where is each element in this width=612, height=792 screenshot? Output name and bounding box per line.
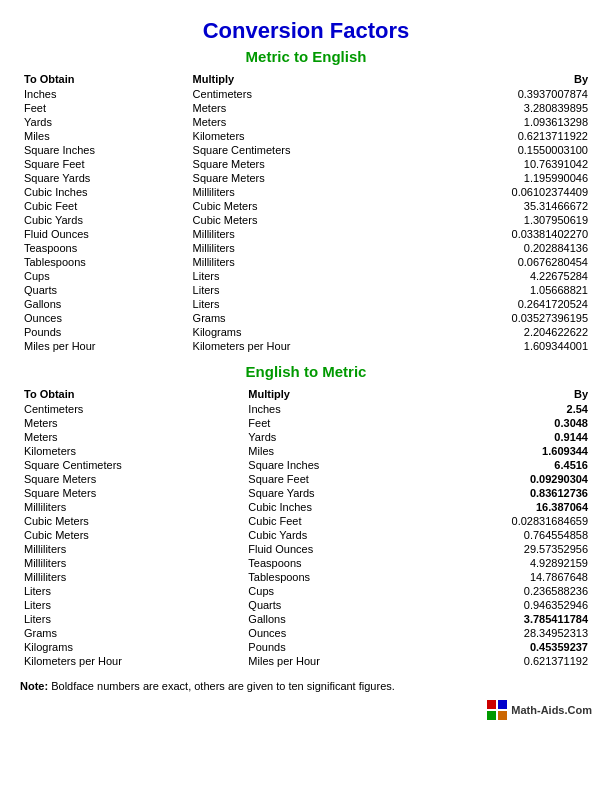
by-cell: 1.195990046: [413, 171, 592, 185]
table-row: Square FeetSquare Meters10.76391042: [20, 157, 592, 171]
by-cell: 28.34952313: [413, 626, 592, 640]
table-row: MillilitersFluid Ounces29.57352956: [20, 542, 592, 556]
to-obtain-cell: Liters: [20, 598, 244, 612]
multiply-cell: Cubic Inches: [244, 500, 413, 514]
note-text: Boldface numbers are exact, others are g…: [51, 680, 395, 692]
multiply-cell: Meters: [189, 101, 413, 115]
to-obtain-cell: Meters: [20, 416, 244, 430]
by-cell: 0.946352946: [413, 598, 592, 612]
table-row: Fluid OuncesMilliliters0.03381402270: [20, 227, 592, 241]
table-row: InchesCentimeters0.3937007874: [20, 87, 592, 101]
table-row: Square MetersSquare Yards0.83612736: [20, 486, 592, 500]
multiply-cell: Square Inches: [244, 458, 413, 472]
to-obtain-cell: Square Centimeters: [20, 458, 244, 472]
multiply-cell: Square Centimeters: [189, 143, 413, 157]
to-obtain-cell: Kilometers per Hour: [20, 654, 244, 668]
to-obtain-cell: Milliliters: [20, 500, 244, 514]
to-obtain-cell: Teaspoons: [20, 241, 189, 255]
multiply-cell: Quarts: [244, 598, 413, 612]
to-obtain-cell: Liters: [20, 584, 244, 598]
by-cell: 0.0676280454: [413, 255, 592, 269]
table-row: KilogramsPounds0.45359237: [20, 640, 592, 654]
by-cell: 0.45359237: [413, 640, 592, 654]
table-row: LitersGallons3.785411784: [20, 612, 592, 626]
to-obtain-cell: Square Inches: [20, 143, 189, 157]
multiply-cell: Ounces: [244, 626, 413, 640]
to-obtain-cell: Miles: [20, 129, 189, 143]
to-obtain-cell: Square Meters: [20, 486, 244, 500]
to-obtain-cell: Centimeters: [20, 402, 244, 416]
by-cell: 6.4516: [413, 458, 592, 472]
table-row: Cubic MetersCubic Feet0.02831684659: [20, 514, 592, 528]
multiply-cell: Cubic Feet: [244, 514, 413, 528]
by-cell: 0.02831684659: [413, 514, 592, 528]
by-cell: 3.785411784: [413, 612, 592, 626]
svg-rect-3: [498, 711, 507, 720]
multiply-cell: Yards: [244, 430, 413, 444]
by-cell: 4.22675284: [413, 269, 592, 283]
footer: Math-Aids.Com: [20, 700, 592, 720]
table-row: OuncesGrams0.03527396195: [20, 311, 592, 325]
table-row: LitersQuarts0.946352946: [20, 598, 592, 612]
multiply-cell: Grams: [189, 311, 413, 325]
by-cell: 0.764554858: [413, 528, 592, 542]
by-cell: 4.92892159: [413, 556, 592, 570]
page-title: Conversion Factors: [20, 10, 592, 44]
table-row: MilesKilometers0.6213711922: [20, 129, 592, 143]
to-obtain-cell: Yards: [20, 115, 189, 129]
table-row: GramsOunces28.34952313: [20, 626, 592, 640]
table-row: MillilitersTeaspoons4.92892159: [20, 556, 592, 570]
multiply-cell: Square Meters: [189, 157, 413, 171]
by-cell: 1.093613298: [413, 115, 592, 129]
multiply-cell: Cubic Meters: [189, 199, 413, 213]
multiply-cell: Milliliters: [189, 241, 413, 255]
english-to-metric-table: To Obtain Multiply By CentimetersInches2…: [20, 386, 592, 668]
col-to-obtain-header: To Obtain: [20, 71, 189, 87]
multiply-cell: Feet: [244, 416, 413, 430]
to-obtain-cell: Liters: [20, 612, 244, 626]
to-obtain-cell: Ounces: [20, 311, 189, 325]
by-cell: 3.280839895: [413, 101, 592, 115]
brand-name: Math-Aids.Com: [511, 704, 592, 716]
table-row: Cubic InchesMilliliters0.06102374409: [20, 185, 592, 199]
by-cell: 2.54: [413, 402, 592, 416]
svg-rect-2: [487, 711, 496, 720]
multiply-cell: Milliliters: [189, 255, 413, 269]
metric-to-english-table: To Obtain Multiply By InchesCentimeters0…: [20, 71, 592, 353]
by-cell: 0.236588236: [413, 584, 592, 598]
to-obtain-cell: Cubic Meters: [20, 514, 244, 528]
table-row: Square YardsSquare Meters1.195990046: [20, 171, 592, 185]
multiply-cell: Liters: [189, 269, 413, 283]
to-obtain-cell: Tablespoons: [20, 255, 189, 269]
by-cell: 16.387064: [413, 500, 592, 514]
to-obtain-cell: Kilometers: [20, 444, 244, 458]
by-cell: 2.204622622: [413, 325, 592, 339]
multiply-cell: Meters: [189, 115, 413, 129]
table-row: YardsMeters1.093613298: [20, 115, 592, 129]
table-row: Square InchesSquare Centimeters0.1550003…: [20, 143, 592, 157]
by-cell: 29.57352956: [413, 542, 592, 556]
multiply-cell: Milliliters: [189, 185, 413, 199]
table-row: Cubic YardsCubic Meters1.307950619: [20, 213, 592, 227]
col-multiply-header2: Multiply: [244, 386, 413, 402]
by-cell: 0.202884136: [413, 241, 592, 255]
note-label: Note:: [20, 680, 48, 692]
col-to-obtain-header2: To Obtain: [20, 386, 244, 402]
table-row: MetersFeet0.3048: [20, 416, 592, 430]
english-to-metric-section: English to Metric To Obtain Multiply By …: [20, 363, 592, 668]
to-obtain-cell: Miles per Hour: [20, 339, 189, 353]
multiply-cell: Square Feet: [244, 472, 413, 486]
col-by-header: By: [413, 71, 592, 87]
multiply-cell: Square Meters: [189, 171, 413, 185]
by-cell: 10.76391042: [413, 157, 592, 171]
multiply-cell: Miles per Hour: [244, 654, 413, 668]
to-obtain-cell: Cubic Feet: [20, 199, 189, 213]
by-cell: 14.7867648: [413, 570, 592, 584]
table-row: Square CentimetersSquare Inches6.4516: [20, 458, 592, 472]
by-cell: 0.3937007874: [413, 87, 592, 101]
svg-rect-0: [487, 700, 496, 709]
by-cell: 0.621371192: [413, 654, 592, 668]
by-cell: 0.03381402270: [413, 227, 592, 241]
multiply-cell: Fluid Ounces: [244, 542, 413, 556]
multiply-cell: Liters: [189, 283, 413, 297]
